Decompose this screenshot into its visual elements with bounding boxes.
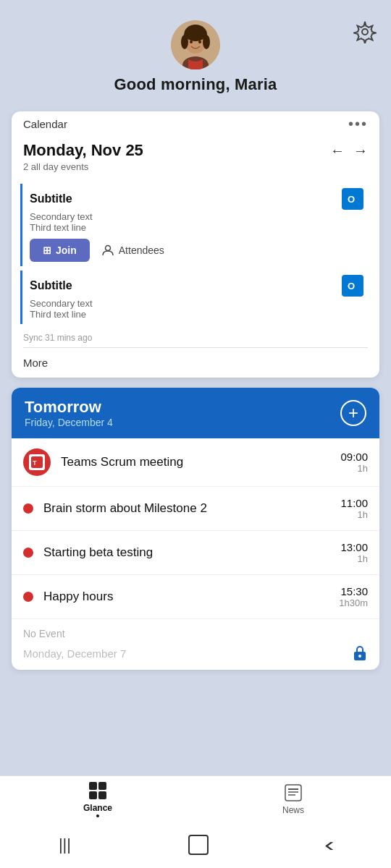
- teams-icon-small: ⊞: [43, 244, 51, 256]
- svg-rect-20: [98, 782, 106, 790]
- calendar-card: Calendar ••• Monday, Nov 25 ← → 2 all da…: [12, 111, 379, 378]
- red-dot-3: [23, 548, 33, 558]
- join-label: Join: [56, 244, 77, 256]
- meeting-1-title: Teams Scrum meeting: [61, 455, 330, 469]
- header: Good morning, Maria: [0, 0, 391, 106]
- meeting-1-time-main: 09:00: [340, 451, 368, 463]
- svg-point-5: [203, 35, 210, 49]
- calendar-more-dots[interactable]: •••: [348, 116, 368, 132]
- svg-point-7: [190, 41, 193, 43]
- nav-news[interactable]: News: [196, 783, 391, 815]
- meeting-row-4[interactable]: Happy hours 15:30 1h30m: [12, 575, 379, 619]
- red-dot-2: [23, 503, 33, 514]
- svg-point-9: [362, 29, 368, 35]
- svg-rect-19: [89, 782, 97, 790]
- meeting-2-time-main: 11:00: [340, 497, 368, 509]
- meeting-3-time: 13:00 1h: [340, 541, 368, 564]
- active-indicator: [96, 814, 99, 817]
- event-2-secondary: Secondary text: [30, 298, 363, 309]
- calendar-nav: ← →: [330, 142, 368, 159]
- join-button[interactable]: ⊞ Join: [30, 239, 90, 262]
- calendar-section-title: Calendar: [23, 118, 67, 130]
- next-day-row: Monday, December 7: [12, 642, 379, 670]
- add-icon: +: [348, 403, 358, 423]
- avatar: [171, 20, 220, 69]
- meeting-3-time-main: 13:00: [340, 541, 368, 553]
- nav-forward-arrow[interactable]: →: [353, 142, 368, 159]
- event-1-actions: ⊞ Join Attendees: [30, 239, 363, 262]
- sync-text: Sync 31 mins ago: [12, 328, 379, 347]
- tomorrow-title: Tomorrow: [25, 398, 113, 417]
- event-2-third: Third text line: [30, 309, 363, 320]
- teams-inner-icon: T: [29, 454, 45, 470]
- meeting-4-time-main: 15:30: [339, 585, 368, 597]
- nav-back-arrow[interactable]: ←: [330, 142, 345, 159]
- meeting-4-duration: 1h30m: [339, 597, 368, 608]
- meeting-2-duration: 1h: [340, 509, 368, 520]
- outlook-icon-2: O: [342, 275, 363, 297]
- meeting-1-time: 09:00 1h: [340, 451, 368, 474]
- nav-news-label: News: [282, 805, 304, 815]
- next-day-text: Monday, December 7: [23, 647, 126, 660]
- svg-text:O: O: [348, 194, 355, 205]
- attendees-button[interactable]: Attendees: [101, 244, 164, 257]
- meeting-2-time: 11:00 1h: [340, 497, 368, 520]
- android-home-icon[interactable]: [188, 835, 209, 855]
- android-nav: ||| ‹: [0, 822, 391, 868]
- lock-icon: [352, 645, 368, 661]
- svg-rect-21: [89, 791, 97, 799]
- event-1-secondary: Secondary text: [30, 211, 363, 222]
- event-2-title: Subtitle: [30, 279, 72, 292]
- svg-text:T: T: [33, 459, 37, 467]
- meeting-row-2[interactable]: Brain storm about Milestone 2 11:00 1h: [12, 487, 379, 531]
- bottom-nav: Glance News: [0, 775, 391, 822]
- svg-point-18: [358, 655, 361, 658]
- add-event-button[interactable]: +: [340, 400, 366, 426]
- meeting-4-title: Happy hours: [43, 590, 329, 604]
- svg-point-12: [105, 246, 110, 251]
- tomorrow-card: Tomorrow Friday, December 4 + T Teams Sc…: [12, 388, 379, 670]
- event-1-title: Subtitle: [30, 192, 72, 205]
- news-icon: [284, 783, 303, 802]
- nav-glance-label: Glance: [83, 803, 112, 813]
- greeting-text: Good morning, Maria: [114, 75, 277, 94]
- event-1-third: Third text line: [30, 222, 363, 233]
- attendees-label: Attendees: [119, 244, 164, 256]
- meeting-2-title: Brain storm about Milestone 2: [43, 501, 330, 516]
- person-icon: [101, 244, 114, 257]
- tomorrow-date: Friday, December 4: [25, 417, 113, 428]
- calendar-date: Monday, Nov 25: [23, 141, 143, 160]
- more-link[interactable]: More: [12, 348, 379, 378]
- svg-point-4: [181, 35, 188, 49]
- event-1-title-row: Subtitle O: [30, 188, 363, 210]
- glance-icon: [88, 781, 107, 800]
- svg-rect-23: [285, 785, 301, 801]
- svg-point-8: [198, 41, 201, 43]
- meeting-3-duration: 1h: [340, 553, 368, 564]
- android-menu-icon[interactable]: |||: [59, 835, 71, 854]
- calendar-event-1: Subtitle O Secondary text Third text lin…: [20, 184, 371, 266]
- calendar-event-2: Subtitle O Secondary text Third text lin…: [20, 271, 371, 324]
- teams-icon: T: [23, 448, 51, 476]
- android-back-icon[interactable]: ‹: [324, 833, 334, 856]
- tomorrow-header: Tomorrow Friday, December 4 +: [12, 388, 379, 438]
- meeting-row-3[interactable]: Starting beta testing 13:00 1h: [12, 531, 379, 575]
- nav-glance[interactable]: Glance: [0, 781, 196, 817]
- meeting-4-time: 15:30 1h30m: [339, 585, 368, 608]
- calendar-header: Calendar •••: [12, 111, 379, 135]
- tomorrow-title-block: Tomorrow Friday, December 4: [25, 398, 113, 428]
- event-2-title-row: Subtitle O: [30, 275, 363, 297]
- red-dot-4: [23, 592, 33, 602]
- meeting-row-1[interactable]: T Teams Scrum meeting 09:00 1h: [12, 438, 379, 487]
- meeting-3-title: Starting beta testing: [43, 545, 330, 560]
- calendar-date-row: Monday, Nov 25 ← →: [12, 135, 379, 161]
- meeting-1-duration: 1h: [340, 463, 368, 474]
- svg-rect-22: [98, 791, 106, 799]
- all-day-events: 2 all day events: [12, 161, 379, 179]
- settings-icon[interactable]: [353, 20, 377, 43]
- no-event-row: No Event: [12, 619, 379, 642]
- svg-text:O: O: [348, 281, 355, 292]
- outlook-icon-1: O: [342, 188, 363, 210]
- no-event-text: No Event: [23, 628, 368, 639]
